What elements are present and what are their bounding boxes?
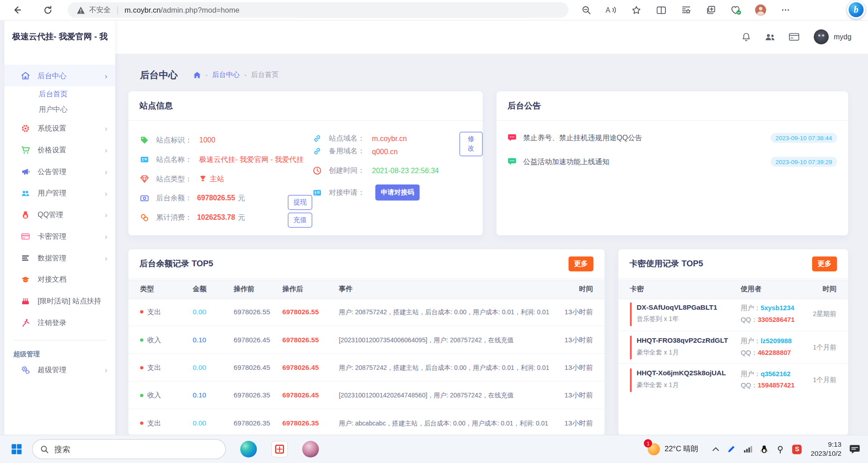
sidebar-item-limited-event[interactable]: [限时活动] 站点扶持 [5, 290, 115, 312]
sidebar-item-label: 对接文档 [38, 274, 66, 284]
sidebar-item-announcement-mgmt[interactable]: 公告管理 › [5, 161, 115, 182]
sidebar-item-price-settings[interactable]: 价格设置 › [5, 139, 115, 161]
breadcrumb-separator: - [244, 71, 246, 79]
screen: 不安全 m.coybr.cn/admin.php?mod=home A b 极速… [0, 0, 868, 463]
announcement-item[interactable]: 禁止养号、禁止挂机违规用途QQ公告 2023-09-10 07:38:44 [496, 126, 848, 150]
qq-value: 3305286471 [758, 316, 795, 323]
qq-tray-icon[interactable] [760, 445, 769, 454]
record-event: 用户: 208757242，搭建主站，后台成本: 0.00，用户成本: 0.01… [339, 298, 577, 326]
notification-center-icon[interactable] [849, 444, 860, 454]
graduation-cap-icon [21, 275, 30, 284]
site-name-value: 极速云代挂- 我爱官网 - 我爱代挂 [199, 154, 304, 164]
sidebar-item-label: 超级管理 [38, 365, 66, 375]
browser-profile-avatar[interactable] [753, 2, 768, 18]
coins-icon [140, 213, 149, 222]
more-button[interactable]: 更多 [812, 256, 837, 271]
sidebar-menu: 后台中心 › 后台首页 用户中心 系统设置 › 价格设置 › 公告管理 › [5, 65, 115, 380]
sidebar-item-system-settings[interactable]: 系统设置 › [5, 118, 115, 139]
record-time: 13小时前 [564, 409, 593, 435]
sidebar-item-data-mgmt[interactable]: 数据管理 › [5, 247, 115, 269]
record-event: [202310012001420264748560]，用户: 208757242… [339, 382, 577, 409]
page-title: 后台中心 [140, 69, 178, 81]
sidebar-item-label: 后台中心 [38, 71, 66, 80]
chevron-right-icon: › [105, 365, 108, 374]
divider [118, 6, 118, 14]
favorites-hub-icon[interactable] [678, 2, 693, 18]
breadcrumb-backend-center[interactable]: 后台中心 [212, 71, 240, 80]
sidebar-item-api-docs[interactable]: 对接文档 [5, 269, 115, 290]
announcement-time-badge: 2023-09-10 07:39:29 [770, 156, 837, 166]
site-type-value: 主站 [210, 174, 224, 184]
more-button[interactable]: 更多 [569, 256, 594, 271]
card-title: 卡密使用记录 TOP5 [629, 258, 703, 269]
weather-text: 22°C 晴朗 [665, 444, 698, 454]
sidebar-item-super-admin[interactable]: 超级管理 › [5, 359, 115, 381]
taskbar-clock[interactable]: 9:13 2023/10/2 [811, 440, 841, 458]
bing-sidebar-button[interactable]: b [847, 0, 865, 19]
svg-text:A: A [606, 6, 611, 14]
sidebar-item-backend-center[interactable]: 后台中心 › [5, 65, 115, 86]
sidebar-subitem-backend-home[interactable]: 后台首页 [5, 86, 115, 102]
sidebar-item-qq-mgmt[interactable]: QQ管理 › [5, 204, 115, 226]
cardkey-records-header: 卡密使用记录 TOP5 更多 [618, 249, 848, 279]
billing-card-icon[interactable] [789, 33, 799, 41]
announcement-item[interactable]: 公益活动加速功能上线通知 2023-09-10 07:39:29 [496, 150, 848, 174]
collections-icon[interactable] [703, 2, 718, 18]
edge-app-icon[interactable] [240, 441, 257, 458]
split-screen-icon[interactable] [653, 2, 669, 18]
cardkey-time: 1个月前 [813, 331, 836, 364]
tray-expand-chevron[interactable] [712, 447, 719, 451]
bell-icon[interactable] [741, 32, 751, 42]
browser-address-bar[interactable]: 不安全 m.coybr.cn/admin.php?mod=home [67, 2, 568, 18]
browser-back-button[interactable] [9, 2, 24, 18]
page-header: 后台中心 - 后台中心 - 后台首页 [140, 69, 279, 81]
breadcrumb: - 后台中心 - 后台首页 [193, 71, 278, 80]
cardkey-time: 1个月前 [813, 364, 836, 397]
sidebar-item-cardkey-mgmt[interactable]: 卡密管理 › [5, 226, 115, 247]
sogou-s-icon[interactable]: S [793, 444, 802, 454]
network-icon[interactable] [744, 445, 753, 453]
qq-label: QQ： [741, 316, 758, 323]
browser-essentials-icon[interactable] [728, 2, 743, 18]
ime-pen-icon[interactable] [727, 445, 736, 454]
sidebar-subitem-user-center[interactable]: 用户中心 [5, 102, 115, 117]
pinned-avatar-app-icon[interactable] [302, 441, 319, 458]
table-row: 收入 0.10 6978026.35 6978026.45 [202310012… [128, 381, 604, 409]
sidebar-item-label: [限时活动] 站点扶持 [38, 296, 101, 306]
zoom-out-icon[interactable] [579, 2, 594, 18]
logout-runner-icon [21, 318, 30, 327]
withdraw-button[interactable]: 提现 [288, 195, 312, 210]
taskbar-search-input[interactable]: 搜索 [32, 439, 226, 459]
user-avatar[interactable] [814, 29, 829, 44]
apply-api-code-button[interactable]: 申请对接码 [375, 184, 420, 201]
team-icon[interactable] [764, 33, 775, 42]
sidebar-item-logout[interactable]: 注销登录 [5, 312, 115, 334]
pin-tool-icon[interactable] [776, 445, 784, 453]
username-label[interactable]: mydg [834, 33, 851, 41]
record-after: 6978026.35 [282, 409, 319, 435]
qq-label: QQ： [741, 382, 758, 389]
announcements-card-header: 后台公告 [496, 91, 848, 121]
app-glyph [274, 444, 284, 454]
recharge-button[interactable]: 充值 [288, 213, 312, 227]
id-card-icon [313, 188, 322, 197]
diamond-icon [140, 174, 149, 183]
insecure-warning-icon [76, 6, 85, 14]
browser-refresh-button[interactable] [40, 2, 55, 18]
read-aloud-icon[interactable]: A [604, 2, 619, 18]
record-amount: 0.10 [193, 326, 206, 354]
browser-menu-icon[interactable] [778, 2, 793, 18]
double-gear-icon [21, 365, 30, 374]
sidebar-item-user-mgmt[interactable]: 用户管理 › [5, 182, 115, 204]
unit-label: 元 [238, 193, 245, 203]
pinned-app-icon[interactable] [271, 441, 288, 458]
modify-domain-button[interactable]: 修改 [459, 132, 482, 156]
announcement-list: 禁止养号、禁止挂机违规用途QQ公告 2023-09-10 07:38:44 公益… [496, 121, 848, 173]
consume-row: 累计消费： 1026253.78 元 [140, 208, 304, 227]
weather-widget[interactable]: 1 22°C 晴朗 [648, 443, 698, 455]
record-type: 支出 [140, 354, 161, 382]
backup-domain-value: q000.cn [372, 147, 398, 155]
breadcrumb-home-icon[interactable] [193, 71, 201, 79]
favorite-star-icon[interactable] [628, 2, 644, 18]
start-button[interactable] [11, 444, 22, 454]
